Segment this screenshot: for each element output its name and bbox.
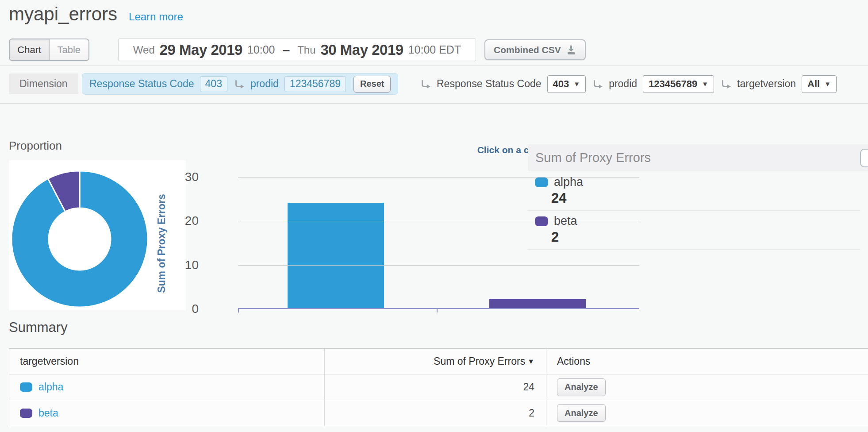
x-axis-tick — [238, 309, 239, 312]
divider-bottom — [0, 103, 868, 104]
filter-field-2: prodid — [250, 78, 279, 90]
start-time: 10:00 — [247, 43, 275, 56]
filter-value-1: 403 — [200, 76, 227, 92]
tab-chart[interactable]: Chart — [10, 39, 50, 60]
legend-items: alpha 24 beta 2 — [528, 174, 860, 250]
legend-swatch — [535, 177, 548, 187]
y-tick-label: 0 — [192, 302, 199, 316]
drilldown-arrow-icon — [591, 78, 603, 90]
filter-field-1: Response Status Code — [89, 78, 194, 90]
proportion-title: Proportion — [9, 139, 62, 153]
legend-options-button[interactable] — [860, 149, 868, 167]
chevron-down-icon: ▼ — [824, 80, 831, 88]
dropdown-value: 123456789 — [649, 78, 697, 90]
dropdown-value: All — [807, 78, 820, 90]
drilldown-arrow-icon — [419, 78, 431, 90]
y-axis-label: Sum of Proxy Errors — [156, 177, 168, 310]
dimension-label: Dimension — [9, 73, 78, 94]
column-header-sum-sortable[interactable]: Sum of Proxy Errors ▼ — [325, 349, 546, 374]
combined-csv-label: Combined CSV — [494, 45, 561, 55]
legend-panel-header: Sum of Proxy Errors — [528, 144, 868, 171]
legend-swatch — [535, 216, 548, 226]
gridline — [238, 265, 639, 266]
drilldown-label-prodid: prodid — [609, 78, 637, 90]
start-date: 29 May 2019 — [160, 42, 242, 58]
summary-title: Summary — [9, 320, 68, 336]
end-day: Thu — [297, 44, 315, 56]
x-axis-tick — [437, 309, 438, 312]
y-tick-label: 20 — [185, 214, 199, 228]
filter-value-2: 123456789 — [284, 76, 346, 92]
start-day: Wed — [133, 44, 155, 56]
legend-label: alpha — [554, 175, 583, 189]
series-swatch — [20, 382, 32, 392]
chevron-down-icon: ▼ — [702, 80, 708, 88]
row-value: 24 — [523, 381, 534, 393]
proportion-donut-chart[interactable] — [9, 168, 150, 310]
row-value: 2 — [529, 407, 534, 419]
chart-table-toggle: Chart Table — [9, 39, 89, 61]
column-header-targetversion: targetversion — [20, 355, 79, 367]
date-range-picker[interactable]: Wed 29 May 2019 10:00 – Thu 30 May 2019 … — [118, 39, 476, 61]
x-axis-line — [238, 308, 639, 309]
legend-value: 24 — [551, 190, 860, 206]
dropdown-prodid[interactable]: 123456789 ▼ — [643, 75, 714, 93]
tab-table[interactable]: Table — [50, 39, 89, 60]
dropdown-value: 403 — [553, 78, 569, 90]
drilldown-selectors: Response Status Code 403 ▼ prodid 123456… — [419, 73, 837, 95]
end-time: 10:00 EDT — [408, 43, 461, 56]
drilldown-arrow-icon — [233, 78, 245, 90]
legend-value: 2 — [551, 229, 860, 245]
learn-more-link[interactable]: Learn more — [129, 11, 183, 23]
series-swatch — [20, 409, 32, 418]
y-tick-label: 10 — [185, 258, 199, 272]
dropdown-targetversion[interactable]: All ▼ — [802, 75, 837, 93]
dropdown-response-status-code[interactable]: 403 ▼ — [547, 75, 586, 93]
legend-item-alpha[interactable]: alpha 24 — [528, 174, 860, 211]
legend-title: Sum of Proxy Errors — [535, 150, 651, 165]
legend-item-beta[interactable]: beta 2 — [528, 211, 860, 250]
header: myapi_errors Learn more — [9, 4, 183, 25]
analytics-dashboard: myapi_errors Learn more Chart Table Wed … — [0, 0, 868, 432]
end-date: 30 May 2019 — [321, 42, 403, 58]
active-filter-pill: Response Status Code 403 prodid 12345678… — [82, 73, 398, 95]
column-header-actions: Actions — [557, 355, 590, 367]
drilldown-label-targetversion: targetversion — [737, 78, 796, 90]
legend-label: beta — [554, 214, 577, 228]
analyze-button-beta[interactable]: Analyze — [557, 404, 606, 422]
chevron-down-icon: ▼ — [573, 80, 580, 88]
sort-descending-icon: ▼ — [527, 358, 534, 366]
drilldown-arrow-icon — [720, 78, 731, 90]
y-tick-label: 30 — [185, 170, 199, 184]
combined-csv-button[interactable]: Combined CSV — [484, 39, 586, 60]
row-link-alpha[interactable]: alpha — [38, 381, 63, 393]
date-separator: – — [280, 42, 292, 58]
table-header-row: targetversion Sum of Proxy Errors ▼ Acti… — [9, 349, 868, 374]
page-title: myapi_errors — [9, 4, 117, 25]
drilldown-label-response-status-code: Response Status Code — [437, 78, 542, 90]
reset-button[interactable]: Reset — [353, 76, 391, 93]
table-row: alpha 24 Analyze — [9, 374, 868, 400]
divider-top — [0, 65, 868, 66]
bar-alpha[interactable] — [288, 203, 384, 308]
bar-beta[interactable] — [489, 299, 586, 308]
row-link-beta[interactable]: beta — [38, 407, 58, 419]
table-row: beta 2 Analyze — [9, 400, 868, 426]
download-icon — [566, 45, 576, 55]
analyze-button-alpha[interactable]: Analyze — [557, 378, 606, 396]
y-axis-ticks: 0102030 — [170, 177, 202, 319]
summary-table: targetversion Sum of Proxy Errors ▼ Acti… — [9, 348, 868, 426]
